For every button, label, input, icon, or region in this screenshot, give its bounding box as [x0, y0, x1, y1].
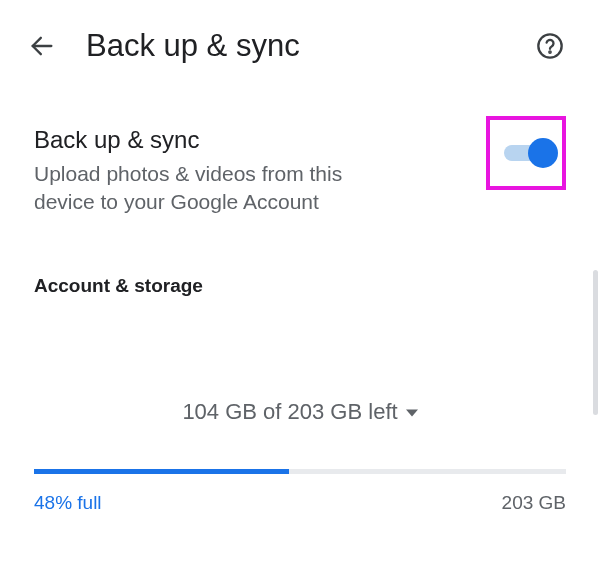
svg-point-2: [549, 51, 550, 52]
backup-sync-subtitle: Upload photos & videos from this device …: [34, 160, 394, 217]
caret-down-icon: [406, 399, 418, 425]
toggle-highlight: [486, 116, 566, 190]
svg-point-1: [538, 34, 561, 57]
storage-progress: 48% full 203 GB: [34, 469, 566, 514]
storage-progress-fill: [34, 469, 289, 474]
help-button[interactable]: [532, 28, 568, 64]
storage-summary-text: 104 GB of 203 GB left: [182, 399, 397, 425]
help-circle-icon: [536, 32, 564, 60]
backup-sync-toggle[interactable]: [504, 138, 556, 168]
page-title: Back up & sync: [86, 28, 506, 64]
backup-sync-title: Back up & sync: [34, 126, 476, 154]
storage-progress-labels: 48% full 203 GB: [34, 492, 566, 514]
toggle-knob: [528, 138, 558, 168]
arrow-left-icon: [28, 32, 56, 60]
account-storage-header: Account & storage: [34, 275, 566, 297]
storage-total-capacity: 203 GB: [502, 492, 566, 514]
back-button[interactable]: [24, 28, 60, 64]
storage-progress-bar: [34, 469, 566, 474]
storage-summary-dropdown[interactable]: 104 GB of 203 GB left: [34, 399, 566, 425]
main-content: Back up & sync Upload photos & videos fr…: [0, 74, 600, 514]
backup-sync-row: Back up & sync Upload photos & videos fr…: [34, 126, 566, 217]
storage-percent-full: 48% full: [34, 492, 102, 514]
scrollbar[interactable]: [593, 270, 598, 415]
backup-sync-text: Back up & sync Upload photos & videos fr…: [34, 126, 486, 217]
topbar: Back up & sync: [0, 0, 600, 74]
